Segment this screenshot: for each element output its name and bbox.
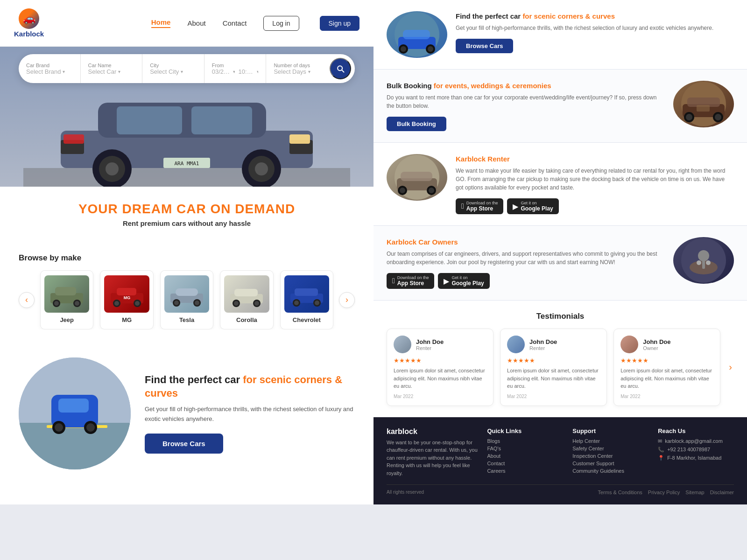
sidebar-renter-desc: We want to make your life easier by taki…	[456, 167, 734, 192]
make-item-jeep[interactable]: Jeep	[40, 270, 93, 329]
testi-user-1: John Doe Renter	[394, 336, 486, 353]
svg-point-33	[174, 301, 179, 305]
logo[interactable]: 🚗 Karblock	[14, 8, 44, 38]
footer-reach-title: Reach Us	[658, 427, 734, 434]
svg-point-56	[86, 423, 95, 432]
sidebar-owners-image	[673, 237, 734, 284]
make-item-tesla[interactable]: Tesla	[160, 270, 213, 329]
testi-name-1: John Doe	[416, 338, 444, 345]
footer-brand-name: karblock	[387, 427, 478, 436]
apple-icon-2: 	[392, 277, 395, 285]
nav-about[interactable]: About	[187, 19, 205, 27]
footer-link-helpcenter[interactable]: Help Center	[572, 438, 648, 444]
svg-point-20	[54, 301, 59, 306]
footer-support-title: Support	[572, 427, 648, 434]
testi-stars-2: ★★★★★	[507, 357, 600, 364]
footer-link-careers[interactable]: Careers	[487, 468, 563, 474]
footer-phone: 📞 +92 213 40078987	[658, 447, 734, 453]
owners-store-buttons:  Download on the App Store ▶ Get it on …	[387, 273, 665, 289]
svg-point-84	[706, 260, 711, 265]
testimonial-card-1: John Doe Renter ★★★★★ Lorem ipsum dolor …	[387, 329, 493, 406]
svg-point-47	[315, 301, 319, 305]
google-play-icon-2: ▶	[444, 277, 449, 286]
nav-home[interactable]: Home	[151, 18, 171, 28]
testi-role-1: Renter	[416, 345, 444, 351]
svg-rect-71	[697, 105, 710, 112]
svg-point-28	[135, 301, 140, 306]
footer-top: karblock We want to be your one-stop-sho…	[387, 427, 734, 477]
testimonial-card-2: John Doe Renter ★★★★★ Lorem ipsum dolor …	[500, 329, 607, 406]
sidebar-browse-cars-button[interactable]: Browse Cars	[456, 39, 513, 53]
svg-rect-0	[23, 168, 350, 187]
sb-car-image-2	[673, 81, 734, 127]
nav-contact[interactable]: Contact	[223, 19, 247, 27]
mg-image: MG	[104, 275, 149, 313]
footer-link-about[interactable]: About	[487, 453, 563, 459]
testi-stars-3: ★★★★★	[620, 357, 713, 364]
footer-link-safetycenter[interactable]: Safety Center	[572, 446, 648, 451]
login-button[interactable]: Log in	[263, 16, 299, 31]
owners-app-store-button[interactable]:  Download on the App Store	[387, 273, 434, 289]
make-item-chevrolet[interactable]: Chevrolet	[280, 270, 333, 329]
make-item-corolla[interactable]: Corolla	[220, 270, 273, 329]
svg-rect-18	[55, 287, 76, 295]
corolla-label: Corolla	[236, 316, 257, 323]
footer-link-blogs[interactable]: Blogs	[487, 438, 563, 444]
footer-link-contact[interactable]: Contact	[487, 461, 563, 466]
blue-car-road-image	[19, 357, 131, 469]
svg-rect-74	[401, 172, 432, 181]
svg-rect-82	[702, 259, 705, 269]
footer-sitemap[interactable]: Sitemap	[685, 490, 704, 495]
find-car-image	[19, 357, 131, 469]
footer-terms[interactable]: Terms & Conditions	[598, 490, 642, 495]
signup-button[interactable]: Sign up	[320, 16, 359, 31]
sidebar-find-car-desc: Get your fill of high-performance thrill…	[456, 24, 734, 32]
sidebar-card-bulk-booking: Bulk Booking for events, weddings & cere…	[374, 70, 747, 143]
footer-link-inspection[interactable]: Inspection Center	[572, 453, 648, 459]
testi-stars-1: ★★★★★	[394, 357, 486, 364]
main-column: 🚗 Karblock Home About Contact Log in Sig…	[0, 0, 374, 504]
make-carousel: ‹ Jeep MG MG	[19, 270, 355, 329]
footer: karblock We want to be your one-stop-sho…	[374, 417, 747, 505]
svg-point-54	[55, 423, 63, 432]
svg-rect-4	[191, 106, 252, 134]
app-store-button[interactable]:  Download on the App Store	[456, 198, 503, 214]
sidebar-card-find-car: Find the perfect car for scenic corners …	[374, 0, 747, 70]
svg-point-76	[400, 188, 405, 193]
make-item-mg[interactable]: MG MG	[100, 270, 153, 329]
sidebar-bulk-desc: Do you want to rent more than one car fo…	[387, 93, 665, 110]
sidebar-bulk-booking-button[interactable]: Bulk Booking	[387, 117, 446, 131]
google-play-button[interactable]: ▶ Get it on Google Play	[507, 198, 558, 214]
location-icon: 📍	[658, 455, 664, 461]
jeep-label: Jeep	[60, 316, 74, 323]
footer-disclaimer[interactable]: Disclaimer	[710, 490, 734, 495]
testi-role-2: Renter	[529, 345, 557, 351]
hero-car-image: ARA MMA1	[23, 56, 350, 187]
sidebar-find-car-image	[387, 11, 447, 58]
dream-car-title: YOUR DREAM CAR ON DEMAND	[19, 202, 355, 217]
chevrolet-image	[284, 275, 329, 313]
footer-link-faqs[interactable]: FAQ's	[487, 446, 563, 451]
testimonials-section: Testimonials John Doe Renter ★★★★★ Lorem…	[374, 301, 747, 417]
testi-name-3: John Doe	[643, 338, 670, 345]
browse-cars-button[interactable]: Browse Cars	[145, 434, 223, 454]
testi-role-3: Owner	[643, 345, 670, 351]
find-car-title: Find the perfect car for scenic corners …	[145, 373, 355, 400]
testimonials-next-button[interactable]: ›	[727, 329, 734, 406]
sidebar-renter-body: Karblock Renter We want to make your lif…	[456, 154, 734, 214]
svg-point-39	[234, 301, 239, 306]
email-icon: ✉	[658, 438, 662, 444]
footer-link-community[interactable]: Community Guidelines	[572, 468, 648, 474]
testi-text-3: Lorem ipsum dolor sit amet, consectetur …	[620, 367, 713, 390]
sidebar-renter-title: Karblock Renter	[456, 154, 734, 164]
footer-brand-desc: We want to be your one-stop-shop for cha…	[387, 439, 478, 477]
avatar-1	[394, 336, 411, 353]
footer-privacy[interactable]: Privacy Policy	[648, 490, 680, 495]
carousel-prev-button[interactable]: ‹	[19, 292, 35, 308]
owners-google-play-button[interactable]: ▶ Get it on Google Play	[438, 273, 489, 289]
svg-point-26	[114, 301, 119, 306]
carousel-next-button[interactable]: ›	[339, 292, 355, 308]
svg-rect-37	[234, 289, 258, 296]
footer-bottom-links: Terms & Conditions Privacy Policy Sitema…	[598, 490, 734, 497]
footer-link-customersupport[interactable]: Customer Support	[572, 461, 648, 466]
